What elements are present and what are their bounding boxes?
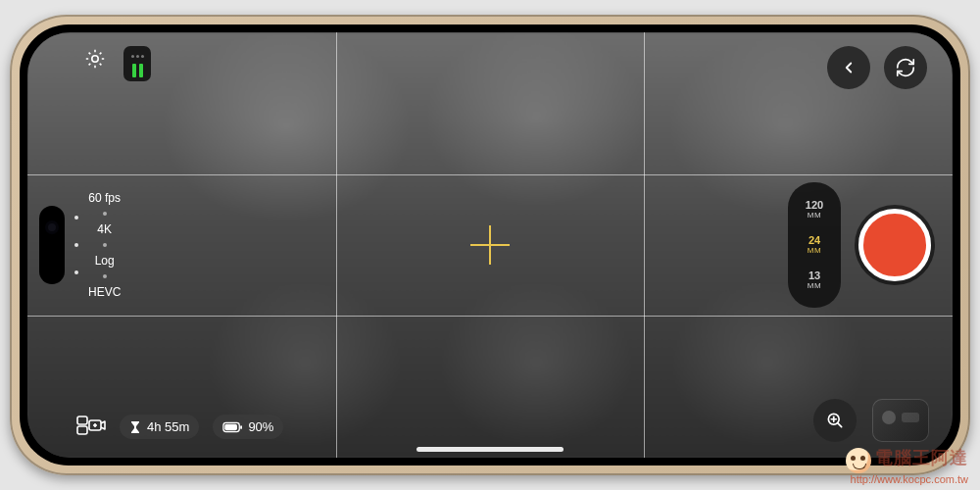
lens-24mm[interactable]: 24 MM [792,229,837,261]
zoom-button[interactable] [813,399,857,442]
levels-icon [131,55,144,58]
phone-frame: 60 fps 4K Log HEVC 120 MM [10,15,970,475]
settings-button[interactable] [82,46,108,72]
battery-icon [222,421,242,433]
time-remaining-value: 4h 55m [147,419,189,434]
battery-value: 90% [248,419,273,434]
flip-camera-button[interactable] [884,46,927,89]
record-button[interactable] [858,209,931,281]
battery-pill[interactable]: 90% [213,415,283,439]
watermark: 電腦王阿達 http://www.kocpc.com.tw [846,448,968,486]
flip-camera-icon [895,57,916,78]
svg-rect-11 [241,425,243,429]
svg-line-2 [838,423,842,427]
resolution-button[interactable]: 4K [97,223,112,235]
time-remaining-pill[interactable]: 4h 55m [120,415,199,439]
fps-button[interactable]: 60 fps [88,192,121,204]
gear-icon [83,47,107,71]
multicam-icon [76,414,106,437]
svg-rect-5 [77,416,87,424]
gallery-thumbnail[interactable] [872,399,929,442]
svg-rect-12 [225,423,238,429]
back-button[interactable] [827,46,870,89]
phone-bezel: 60 fps 4K Log HEVC 120 MM [20,24,960,466]
lens-13mm[interactable]: 13 MM [792,265,837,296]
app-screen: 60 fps 4K Log HEVC 120 MM [27,32,953,458]
watermark-face-icon [846,448,871,473]
codec-button[interactable]: HEVC [88,286,121,298]
chevron-left-icon [840,59,858,76]
svg-rect-6 [77,426,87,434]
profile-button[interactable]: Log [95,255,115,267]
multicam-button[interactable] [76,414,106,440]
lens-selector[interactable]: 120 MM 24 MM 13 MM [788,182,841,308]
lens-120mm[interactable]: 120 MM [792,194,837,225]
levels-button[interactable] [123,46,151,81]
hourglass-icon [129,420,141,434]
page-dots [74,216,78,274]
svg-point-0 [92,56,98,62]
dynamic-island [39,206,65,284]
magnify-plus-icon [825,411,845,430]
home-indicator[interactable] [416,447,564,452]
